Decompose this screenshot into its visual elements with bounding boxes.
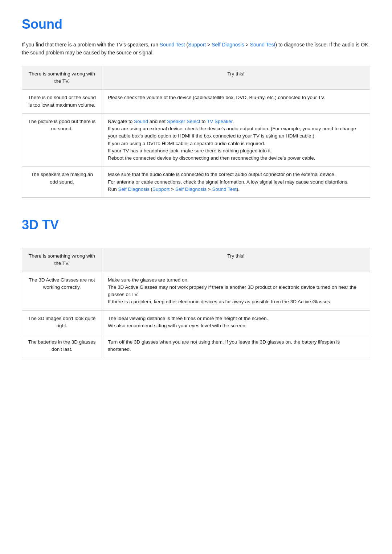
solution-batteries: Turn off the 3D glasses when you are not… <box>102 334 370 358</box>
sound-test-link-2[interactable]: Sound Test <box>250 42 275 48</box>
sound-col2-header: Try this! <box>102 66 370 90</box>
sound-table: There is something wrong with the TV. Tr… <box>22 66 370 198</box>
table-row: The 3D images don't look quite right. Th… <box>22 310 370 334</box>
table-row: The 3D Active Glasses are not working co… <box>22 272 370 310</box>
sound-test-link-1[interactable]: Sound Test <box>160 42 185 48</box>
tv3d-col1-header: There is something wrong with the TV. <box>22 248 102 272</box>
table-row: The speakers are making an odd sound. Ma… <box>22 167 370 198</box>
sound-test-link-3[interactable]: Sound Test <box>212 186 236 192</box>
problem-odd-sound: The speakers are making an odd sound. <box>22 167 102 198</box>
problem-glasses-not-working: The 3D Active Glasses are not working co… <box>22 272 102 310</box>
problem-images-wrong: The 3D images don't look quite right. <box>22 310 102 334</box>
solution-images-wrong: The ideal viewing distance is three time… <box>102 310 370 334</box>
tv3d-table: There is something wrong with the TV. Tr… <box>22 248 370 358</box>
solution-no-sound: Please check the volume of the device (c… <box>102 90 370 114</box>
sound-intro: If you find that there is a problem with… <box>22 41 370 57</box>
intro-text-1: If you find that there is a problem with… <box>22 42 160 48</box>
table-row: The picture is good but there is no soun… <box>22 113 370 167</box>
arrow-2: > <box>244 42 250 48</box>
sound-title: Sound <box>22 15 370 34</box>
tv3d-title: 3D TV <box>22 215 370 235</box>
self-diagnosis-link-3[interactable]: Self Diagnosis <box>175 186 207 192</box>
solution-glasses-not-working: Make sure the glasses are turned on. The… <box>102 272 370 310</box>
table-row: There is no sound or the sound is too lo… <box>22 90 370 114</box>
tv-speaker-link[interactable]: TV Speaker <box>207 119 233 124</box>
solution-odd-sound: Make sure that the audio cable is connec… <box>102 167 370 198</box>
self-diagnosis-link-2[interactable]: Self Diagnosis <box>118 186 150 192</box>
problem-batteries: The batteries in the 3D glasses don't la… <box>22 334 102 358</box>
support-link-2[interactable]: Support <box>152 186 170 192</box>
arrow-1: > <box>206 42 212 48</box>
support-link[interactable]: Support <box>188 42 206 48</box>
table-row: The batteries in the 3D glasses don't la… <box>22 334 370 358</box>
sound-link[interactable]: Sound <box>134 119 148 124</box>
solution-picture-good: Navigate to Sound and set Speaker Select… <box>102 113 370 167</box>
problem-no-sound: There is no sound or the sound is too lo… <box>22 90 102 114</box>
self-diagnosis-link-1[interactable]: Self Diagnosis <box>212 42 244 48</box>
problem-picture-good: The picture is good but there is no soun… <box>22 113 102 167</box>
speaker-select-link[interactable]: Speaker Select <box>167 119 200 124</box>
tv3d-col2-header: Try this! <box>102 248 370 272</box>
sound-col1-header: There is something wrong with the TV. <box>22 66 102 90</box>
intro-paren-open: ( <box>185 42 188 48</box>
